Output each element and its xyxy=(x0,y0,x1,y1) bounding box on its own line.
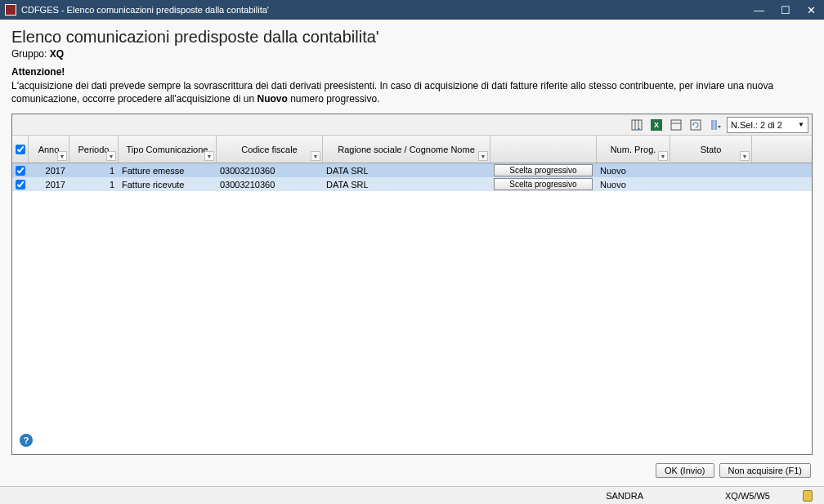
row-checkbox[interactable] xyxy=(12,177,29,191)
cell-num-prog: Nuovo xyxy=(597,163,670,177)
attention-text-b: numero progressivo. xyxy=(288,93,380,105)
cell-codice-fiscale: 03003210360 xyxy=(217,177,323,191)
close-button[interactable]: ✕ xyxy=(804,5,819,16)
header-codice-fiscale[interactable]: Codice fiscale▼ xyxy=(217,136,323,163)
cell-anno: 2017 xyxy=(29,163,69,177)
status-user: SANDRA xyxy=(606,491,643,501)
header-num-prog[interactable]: Num. Prog.▼ xyxy=(597,136,670,163)
header-anno[interactable]: Anno▼ xyxy=(29,136,69,163)
cell-scelta: Scelta progressivo xyxy=(490,177,597,191)
header-stato[interactable]: Stato▼ xyxy=(670,136,752,163)
chevron-down-icon[interactable]: ▼ xyxy=(204,151,214,161)
header-scelta xyxy=(490,136,597,163)
cancel-button[interactable]: Non acquisire (F1) xyxy=(719,463,811,478)
row-checkbox[interactable] xyxy=(12,163,29,177)
cell-tipo: Fatture ricevute xyxy=(119,177,217,191)
header-periodo[interactable]: Periodo▼ xyxy=(69,136,119,163)
cell-scelta: Scelta progressivo xyxy=(490,163,597,177)
attention-text-bold: Nuovo xyxy=(257,93,287,105)
cell-ragione-sociale: DATA SRL xyxy=(323,177,490,191)
chevron-down-icon[interactable]: ▼ xyxy=(740,151,750,161)
cell-periodo: 1 xyxy=(69,163,119,177)
minimize-button[interactable]: — xyxy=(750,5,768,16)
chevron-down-icon: ▼ xyxy=(798,121,804,128)
group-label: Gruppo: xyxy=(11,48,47,60)
grid-header: Anno▼ Periodo▼ Tipo Comunicazione▼ Codic… xyxy=(12,136,812,163)
cell-periodo: 1 xyxy=(69,177,119,191)
app-icon xyxy=(5,4,16,16)
export-excel-icon[interactable]: X xyxy=(648,117,665,133)
status-path: XQ/W5/W5 xyxy=(725,491,770,501)
attention-body: L'acquisizione dei dati prevede sempre l… xyxy=(11,79,813,105)
titlebar: CDFGES - Elenco comunicazioni predispost… xyxy=(0,0,824,20)
attention-text-a: L'acquisizione dei dati prevede sempre l… xyxy=(11,80,773,105)
chevron-down-icon[interactable]: ▼ xyxy=(658,151,668,161)
group-line: Gruppo: XQ xyxy=(11,48,813,60)
cell-tipo: Fatture emesse xyxy=(119,163,217,177)
table-row[interactable]: 20171Fatture ricevute03003210360DATA SRL… xyxy=(12,177,812,191)
table-row[interactable]: 20171Fatture emesse03003210360DATA SRLSc… xyxy=(12,163,812,177)
page-title: Elenco comunicazioni predisposte dalla c… xyxy=(11,28,813,47)
scelta-progressivo-button[interactable]: Scelta progressivo xyxy=(494,178,593,190)
chevron-down-icon[interactable]: ▼ xyxy=(106,151,116,161)
grid-tool-filter-icon[interactable] xyxy=(707,117,723,133)
header-ragione-sociale[interactable]: Ragione sociale / Cognome Nome▼ xyxy=(323,136,490,163)
cell-ragione-sociale: DATA SRL xyxy=(323,163,490,177)
selection-count-combo[interactable]: N.Sel.: 2 di 2 ▼ xyxy=(727,117,808,133)
chevron-down-icon[interactable]: ▼ xyxy=(311,151,320,161)
data-grid: X N.Sel.: 2 di 2 ▼ Anno▼ P xyxy=(11,114,813,455)
grid-body: 20171Fatture emesse03003210360DATA SRLSc… xyxy=(12,163,812,454)
svg-rect-5 xyxy=(691,120,701,130)
grid-tool-layout-icon[interactable] xyxy=(668,117,684,133)
statusbar: SANDRA XQ/W5/W5 xyxy=(0,486,824,504)
cell-anno: 2017 xyxy=(29,177,69,191)
svg-rect-7 xyxy=(714,120,717,130)
header-checkbox[interactable] xyxy=(12,136,29,163)
cell-num-prog: Nuovo xyxy=(597,177,670,191)
header-tipo[interactable]: Tipo Comunicazione▼ xyxy=(119,136,217,163)
chevron-down-icon[interactable]: ▼ xyxy=(57,151,67,161)
cell-stato xyxy=(670,163,752,177)
svg-rect-6 xyxy=(711,120,714,130)
maximize-button[interactable]: ☐ xyxy=(777,5,794,16)
database-icon xyxy=(803,490,813,502)
ok-button[interactable]: OK (Invio) xyxy=(656,463,714,478)
selection-count-label: N.Sel.: 2 di 2 xyxy=(731,120,782,130)
scelta-progressivo-button[interactable]: Scelta progressivo xyxy=(494,164,593,176)
cell-codice-fiscale: 03003210360 xyxy=(217,163,323,177)
svg-rect-0 xyxy=(632,120,642,130)
svg-rect-3 xyxy=(671,120,681,130)
attention-heading: Attenzione! xyxy=(11,66,813,78)
help-icon[interactable]: ? xyxy=(20,434,33,447)
cell-stato xyxy=(670,177,752,191)
window-title: CDFGES - Elenco comunicazioni predispost… xyxy=(21,5,750,15)
grid-tool-columns-icon[interactable] xyxy=(629,117,645,133)
grid-toolbar: X N.Sel.: 2 di 2 ▼ xyxy=(12,114,812,136)
grid-tool-refresh-icon[interactable] xyxy=(687,117,704,133)
group-value: XQ xyxy=(50,48,64,60)
chevron-down-icon[interactable]: ▼ xyxy=(478,151,488,161)
